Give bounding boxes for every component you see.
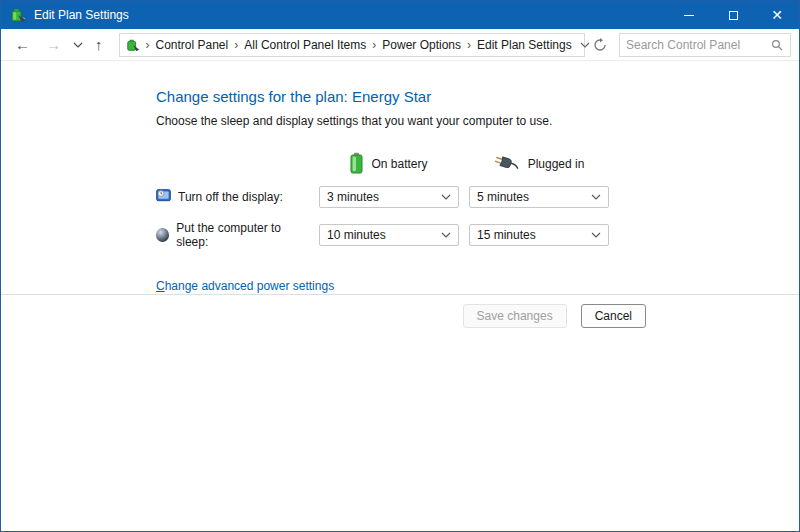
recent-pages-chevron-icon[interactable] (69, 29, 87, 60)
column-header-plugged-in: Plugged in (469, 150, 609, 178)
battery-icon (350, 152, 363, 177)
maximize-button[interactable] (711, 1, 755, 29)
close-icon: ✕ (771, 8, 783, 22)
power-options-icon (10, 7, 26, 23)
chevron-down-icon (441, 232, 451, 238)
setting-row-display-label: Turn off the display: (156, 189, 309, 206)
display-icon (156, 189, 171, 206)
sleep-on-battery-select[interactable]: 10 minutes (319, 224, 459, 246)
setting-label: Turn off the display: (178, 190, 283, 204)
setting-row-sleep-label: Put the computer to sleep: (156, 221, 309, 249)
titlebar: Edit Plan Settings ✕ (1, 1, 799, 29)
column-header-label: On battery (371, 157, 427, 171)
plug-icon (494, 155, 520, 174)
search-box (619, 33, 791, 57)
sleep-plugged-in-select[interactable]: 15 minutes (469, 224, 609, 246)
breadcrumb-item-control-panel[interactable]: Control Panel (152, 38, 233, 52)
back-button[interactable]: ← (7, 29, 38, 61)
breadcrumb-separator: › (465, 38, 473, 52)
search-icon (771, 39, 790, 51)
minimize-button[interactable] (667, 1, 711, 29)
advanced-settings-link[interactable]: Change advanced power settings (156, 279, 334, 293)
chevron-down-icon (591, 232, 601, 238)
display-on-battery-select[interactable]: 3 minutes (319, 186, 459, 208)
refresh-button[interactable] (587, 32, 613, 58)
column-header-on-battery: On battery (319, 150, 459, 178)
breadcrumb-separator: › (370, 38, 378, 52)
breadcrumb-item-edit-plan-settings[interactable]: Edit Plan Settings (473, 38, 576, 52)
selected-value: 10 minutes (327, 228, 386, 242)
breadcrumb-item-power-options[interactable]: Power Options (378, 38, 465, 52)
search-input[interactable] (620, 38, 771, 52)
minimize-icon (684, 15, 694, 16)
selected-value: 5 minutes (477, 190, 529, 204)
navigation-bar: ← → ↑ › Control Panel › All Control Pane… (1, 29, 799, 61)
save-changes-button[interactable]: Save changes (463, 304, 567, 328)
forward-button[interactable]: → (38, 29, 69, 61)
column-header-label: Plugged in (528, 157, 585, 171)
window-title: Edit Plan Settings (34, 8, 129, 22)
plan-settings-grid: On battery Plugged in (156, 150, 799, 249)
page-title: Change settings for the plan: Energy Sta… (156, 88, 799, 105)
edit-plan-settings-window: Edit Plan Settings ✕ ← → ↑ › Control Pan… (0, 0, 800, 532)
up-button[interactable]: ↑ (87, 29, 111, 61)
chevron-down-icon (441, 194, 451, 200)
breadcrumb-separator: › (144, 38, 152, 52)
window-controls: ✕ (667, 1, 799, 29)
selected-value: 15 minutes (477, 228, 536, 242)
main-content: Change settings for the plan: Energy Sta… (1, 61, 799, 294)
page-subtitle: Choose the sleep and display settings th… (156, 114, 799, 128)
display-plugged-in-select[interactable]: 5 minutes (469, 186, 609, 208)
cancel-button[interactable]: Cancel (581, 304, 646, 328)
footer: Save changes Cancel (1, 295, 799, 531)
power-options-icon (126, 38, 140, 52)
chevron-down-icon (591, 194, 601, 200)
breadcrumb-item-all-control-panel-items[interactable]: All Control Panel Items (240, 38, 370, 52)
sleep-icon (156, 228, 169, 242)
setting-label: Put the computer to sleep: (176, 221, 309, 249)
close-button[interactable]: ✕ (755, 1, 799, 29)
maximize-icon (729, 11, 738, 20)
address-bar[interactable]: › Control Panel › All Control Panel Item… (119, 33, 586, 57)
selected-value: 3 minutes (327, 190, 379, 204)
breadcrumb-separator: › (232, 38, 240, 52)
